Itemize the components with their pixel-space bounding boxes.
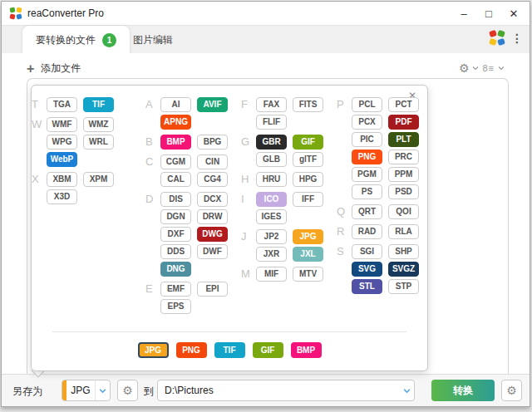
format-button-pcl[interactable]: PCL [352, 97, 382, 112]
quick-format-button-jpg[interactable]: JPG [138, 342, 169, 358]
format-button-dgn[interactable]: DGN [160, 209, 191, 224]
format-button-iges[interactable]: IGES [256, 209, 287, 224]
format-button-dds[interactable]: DDS [160, 244, 191, 259]
format-button-ppm[interactable]: PPM [388, 167, 419, 182]
group-letter: A [145, 97, 160, 130]
format-button-wmz[interactable]: WMZ [83, 117, 114, 132]
format-button-jpg[interactable]: JPG [293, 229, 323, 244]
format-button-dis[interactable]: DIS [160, 192, 191, 207]
tab-files-to-convert[interactable]: 要转换的文件 1 [22, 26, 130, 54]
format-button-epi[interactable]: EPI [197, 282, 228, 297]
chevron-down-icon[interactable] [399, 380, 414, 400]
format-button-apng[interactable]: APNG [160, 115, 191, 130]
destination-combobox[interactable] [157, 380, 415, 401]
format-button-glb[interactable]: GLB [256, 152, 287, 167]
format-button-pic[interactable]: PIC [352, 132, 382, 147]
format-button-qrt[interactable]: QRT [352, 204, 382, 219]
format-button-avif[interactable]: AVIF [197, 97, 228, 112]
format-button-png[interactable]: PNG [352, 150, 382, 164]
convert-settings-button[interactable]: ⚙ [501, 380, 522, 401]
format-button-plt[interactable]: PLT [388, 132, 419, 147]
format-button-psd[interactable]: PSD [388, 184, 419, 199]
format-button-xbm[interactable]: XBM [47, 172, 77, 187]
to-label: 到 [144, 385, 154, 399]
format-button-pdf[interactable]: PDF [388, 115, 419, 130]
format-button-pct[interactable]: PCT [388, 97, 419, 112]
format-button-wpg[interactable]: WPG [47, 135, 77, 150]
tab-bar: 要转换的文件 1 图片编辑 ⋮ [2, 25, 530, 53]
format-button-eps[interactable]: EPS [160, 299, 191, 314]
format-button-fits[interactable]: FITS [293, 97, 323, 112]
format-button-hru[interactable]: HRU [256, 172, 287, 187]
format-button-ps[interactable]: PS [352, 184, 382, 199]
format-button-gif[interactable]: GIF [293, 135, 323, 150]
format-button-rla[interactable]: RLA [388, 224, 419, 239]
format-button-emf[interactable]: EMF [160, 282, 191, 297]
close-button[interactable]: ✕ [501, 2, 526, 25]
format-button-jxl[interactable]: JXL [293, 247, 323, 262]
format-button-cin[interactable]: CIN [197, 154, 228, 169]
format-button-dng[interactable]: DNG [160, 262, 191, 277]
format-button-drw[interactable]: DRW [197, 209, 228, 224]
sort-list-icon[interactable]: 8≡ [482, 63, 495, 73]
format-button-dwf[interactable]: DWF [197, 244, 228, 259]
format-button-webp[interactable]: WebP [47, 152, 77, 167]
format-button-flif[interactable]: FLIF [256, 115, 287, 130]
format-button-jp2[interactable]: JP2 [256, 229, 287, 244]
format-button-pcx[interactable]: PCX [352, 115, 382, 130]
panel-divider [52, 331, 406, 332]
settings-gear-icon[interactable]: ⚙ [459, 61, 470, 75]
chevron-down-icon[interactable] [498, 65, 505, 71]
quick-format-button-tif[interactable]: TIF [214, 342, 245, 358]
format-button-wmf[interactable]: WMF [47, 117, 77, 132]
minimize-button[interactable]: – [451, 2, 476, 25]
format-button-ico[interactable]: ICO [256, 192, 287, 207]
format-button-gbr[interactable]: GBR [256, 135, 287, 150]
format-button-rad[interactable]: RAD [352, 224, 382, 239]
format-button-cal[interactable]: CAL [160, 172, 191, 187]
format-button-dwg[interactable]: DWG [197, 227, 228, 242]
chevron-down-icon[interactable] [472, 65, 479, 71]
format-button-pgm[interactable]: PGM [352, 167, 382, 182]
output-format-select[interactable]: JPG [62, 380, 111, 401]
format-button-tga[interactable]: TGA [47, 97, 77, 112]
overflow-menu-icon[interactable]: ⋮ [511, 31, 523, 46]
destination-input[interactable] [158, 385, 399, 396]
format-button-gltf[interactable]: glTF [293, 152, 323, 167]
tab-image-editing[interactable]: 图片编辑 [120, 26, 186, 54]
quick-format-button-gif[interactable]: GIF [253, 342, 283, 358]
format-button-cg4[interactable]: CG4 [197, 172, 228, 187]
format-button-tif[interactable]: TIF [83, 97, 114, 112]
format-button-bpg[interactable]: BPG [197, 135, 228, 150]
format-button-xpm[interactable]: XPM [83, 172, 114, 187]
format-button-svgz[interactable]: SVGZ [388, 262, 419, 277]
format-button-fax[interactable]: FAX [256, 97, 287, 112]
format-button-shp[interactable]: SHP [388, 244, 419, 259]
format-button-mtv[interactable]: MTV [293, 267, 323, 282]
add-files-button[interactable]: + 添加文件 [27, 61, 81, 76]
format-button-stp[interactable]: STP [388, 279, 419, 294]
format-button-svg[interactable]: SVG [352, 262, 382, 277]
format-button-dcx[interactable]: DCX [197, 192, 228, 207]
format-column-a-e: AAIAVIFAPNGBBMPBPGCCGMCINCALCG4DDISDCXDG… [145, 97, 228, 319]
chevron-down-icon[interactable] [95, 380, 110, 400]
format-settings-button[interactable]: ⚙ [117, 380, 138, 401]
format-button-jxr[interactable]: JXR [256, 247, 287, 262]
format-button-iff[interactable]: IFF [293, 192, 323, 207]
format-button-qoi[interactable]: QOI [388, 204, 419, 219]
quick-format-button-png[interactable]: PNG [176, 342, 207, 358]
format-button-cgm[interactable]: CGM [160, 154, 191, 169]
format-button-mif[interactable]: MIF [256, 267, 287, 282]
convert-button[interactable]: 转换 [431, 380, 495, 401]
format-button-wrl[interactable]: WRL [83, 135, 114, 150]
format-button-ai[interactable]: AI [160, 97, 191, 112]
format-button-prc[interactable]: PRC [388, 150, 419, 164]
format-button-stl[interactable]: STL [352, 279, 382, 294]
quick-format-button-bmp[interactable]: BMP [291, 342, 322, 358]
maximize-button[interactable]: □ [476, 2, 501, 25]
format-button-hpg[interactable]: HPG [293, 172, 323, 187]
format-button-x3d[interactable]: X3D [47, 189, 77, 204]
format-button-bmp[interactable]: BMP [160, 135, 191, 150]
format-button-sgi[interactable]: SGI [352, 244, 382, 259]
format-button-dxf[interactable]: DXF [160, 227, 191, 242]
